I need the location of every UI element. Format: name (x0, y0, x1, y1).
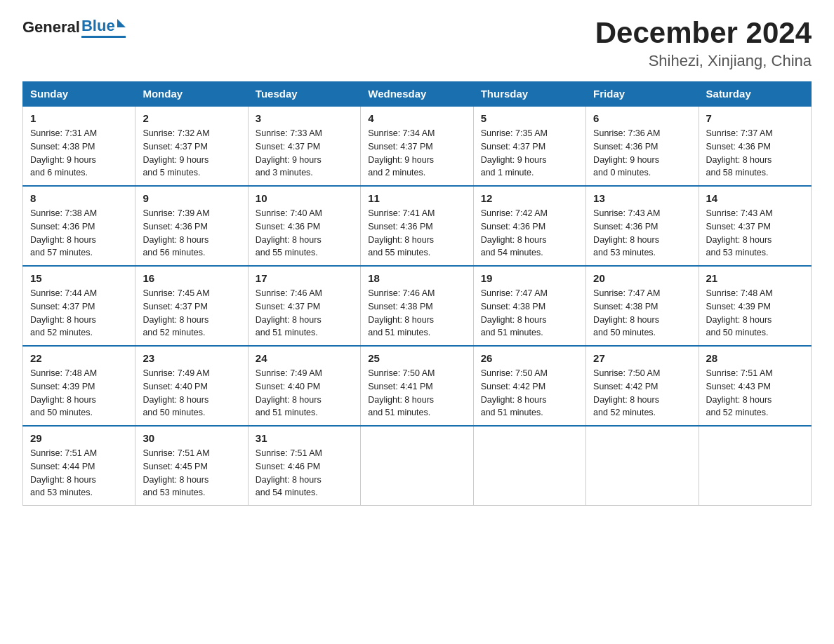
col-header-friday: Friday (586, 82, 699, 107)
day-number: 10 (256, 192, 353, 204)
day-info: Sunrise: 7:45 AMSunset: 4:37 PMDaylight:… (143, 287, 240, 340)
col-header-monday: Monday (135, 82, 248, 107)
day-number: 12 (481, 192, 578, 204)
calendar-cell: 10 Sunrise: 7:40 AMSunset: 4:36 PMDaylig… (248, 186, 360, 266)
col-header-thursday: Thursday (473, 82, 585, 107)
col-header-tuesday: Tuesday (248, 82, 360, 107)
logo-triangle-icon (117, 19, 126, 27)
calendar-cell: 17 Sunrise: 7:46 AMSunset: 4:37 PMDaylig… (248, 266, 360, 346)
calendar-cell: 3 Sunrise: 7:33 AMSunset: 4:37 PMDayligh… (248, 106, 360, 186)
calendar-cell: 9 Sunrise: 7:39 AMSunset: 4:36 PMDayligh… (135, 186, 248, 266)
day-number: 29 (30, 432, 128, 444)
calendar-cell: 6 Sunrise: 7:36 AMSunset: 4:36 PMDayligh… (586, 106, 699, 186)
day-number: 15 (30, 272, 128, 284)
day-number: 21 (706, 272, 804, 284)
logo: General Blue (22, 17, 126, 38)
calendar-cell: 26 Sunrise: 7:50 AMSunset: 4:42 PMDaylig… (473, 346, 585, 426)
day-info: Sunrise: 7:35 AMSunset: 4:37 PMDaylight:… (481, 127, 578, 180)
day-number: 7 (706, 112, 804, 124)
calendar-cell: 16 Sunrise: 7:45 AMSunset: 4:37 PMDaylig… (135, 266, 248, 346)
day-info: Sunrise: 7:31 AMSunset: 4:38 PMDaylight:… (30, 127, 128, 180)
calendar-cell: 18 Sunrise: 7:46 AMSunset: 4:38 PMDaylig… (361, 266, 473, 346)
day-info: Sunrise: 7:46 AMSunset: 4:37 PMDaylight:… (256, 287, 353, 340)
calendar-cell: 31 Sunrise: 7:51 AMSunset: 4:46 PMDaylig… (248, 426, 360, 506)
day-info: Sunrise: 7:49 AMSunset: 4:40 PMDaylight:… (143, 367, 240, 420)
day-info: Sunrise: 7:47 AMSunset: 4:38 PMDaylight:… (593, 287, 691, 340)
logo-general-text: General (22, 18, 80, 36)
calendar-cell (473, 426, 585, 506)
day-info: Sunrise: 7:41 AMSunset: 4:36 PMDaylight:… (368, 207, 465, 260)
day-number: 18 (368, 272, 465, 284)
calendar-cell: 29 Sunrise: 7:51 AMSunset: 4:44 PMDaylig… (23, 426, 135, 506)
calendar-cell: 20 Sunrise: 7:47 AMSunset: 4:38 PMDaylig… (586, 266, 699, 346)
day-number: 6 (593, 112, 691, 124)
logo-blue-text: Blue (81, 17, 115, 35)
calendar-cell (699, 426, 811, 506)
day-info: Sunrise: 7:37 AMSunset: 4:36 PMDaylight:… (706, 127, 804, 180)
day-info: Sunrise: 7:50 AMSunset: 4:42 PMDaylight:… (481, 367, 578, 420)
day-info: Sunrise: 7:51 AMSunset: 4:45 PMDaylight:… (143, 447, 240, 499)
day-number: 8 (30, 192, 128, 204)
day-number: 30 (143, 432, 240, 444)
day-info: Sunrise: 7:51 AMSunset: 4:46 PMDaylight:… (256, 447, 353, 499)
calendar-header-row: SundayMondayTuesdayWednesdayThursdayFrid… (23, 82, 812, 107)
day-info: Sunrise: 7:34 AMSunset: 4:37 PMDaylight:… (368, 127, 465, 180)
day-number: 14 (706, 192, 804, 204)
calendar-cell: 2 Sunrise: 7:32 AMSunset: 4:37 PMDayligh… (135, 106, 248, 186)
day-info: Sunrise: 7:43 AMSunset: 4:36 PMDaylight:… (593, 207, 691, 260)
day-info: Sunrise: 7:49 AMSunset: 4:40 PMDaylight:… (256, 367, 353, 420)
day-number: 27 (593, 352, 691, 364)
page-title: December 2024 (595, 17, 812, 49)
page-header: General Blue December 2024 Shihezi, Xinj… (22, 17, 812, 70)
day-info: Sunrise: 7:51 AMSunset: 4:43 PMDaylight:… (706, 367, 804, 420)
calendar-cell: 13 Sunrise: 7:43 AMSunset: 4:36 PMDaylig… (586, 186, 699, 266)
day-info: Sunrise: 7:32 AMSunset: 4:37 PMDaylight:… (143, 127, 240, 180)
day-number: 24 (256, 352, 353, 364)
calendar-cell: 21 Sunrise: 7:48 AMSunset: 4:39 PMDaylig… (699, 266, 811, 346)
day-number: 16 (143, 272, 240, 284)
day-number: 11 (368, 192, 465, 204)
day-info: Sunrise: 7:47 AMSunset: 4:38 PMDaylight:… (481, 287, 578, 340)
day-number: 20 (593, 272, 691, 284)
calendar-table: SundayMondayTuesdayWednesdayThursdayFrid… (22, 81, 812, 506)
day-info: Sunrise: 7:50 AMSunset: 4:42 PMDaylight:… (593, 367, 691, 420)
calendar-week-row: 1 Sunrise: 7:31 AMSunset: 4:38 PMDayligh… (23, 106, 812, 186)
calendar-cell: 27 Sunrise: 7:50 AMSunset: 4:42 PMDaylig… (586, 346, 699, 426)
day-number: 28 (706, 352, 804, 364)
calendar-cell: 8 Sunrise: 7:38 AMSunset: 4:36 PMDayligh… (23, 186, 135, 266)
day-info: Sunrise: 7:33 AMSunset: 4:37 PMDaylight:… (256, 127, 353, 180)
day-number: 17 (256, 272, 353, 284)
col-header-sunday: Sunday (23, 82, 135, 107)
calendar-cell: 30 Sunrise: 7:51 AMSunset: 4:45 PMDaylig… (135, 426, 248, 506)
day-number: 5 (481, 112, 578, 124)
calendar-week-row: 8 Sunrise: 7:38 AMSunset: 4:36 PMDayligh… (23, 186, 812, 266)
day-number: 1 (30, 112, 128, 124)
day-info: Sunrise: 7:50 AMSunset: 4:41 PMDaylight:… (368, 367, 465, 420)
calendar-cell: 14 Sunrise: 7:43 AMSunset: 4:37 PMDaylig… (699, 186, 811, 266)
day-info: Sunrise: 7:46 AMSunset: 4:38 PMDaylight:… (368, 287, 465, 340)
calendar-cell: 15 Sunrise: 7:44 AMSunset: 4:37 PMDaylig… (23, 266, 135, 346)
day-number: 23 (143, 352, 240, 364)
day-info: Sunrise: 7:51 AMSunset: 4:44 PMDaylight:… (30, 447, 128, 499)
day-info: Sunrise: 7:36 AMSunset: 4:36 PMDaylight:… (593, 127, 691, 180)
calendar-cell: 11 Sunrise: 7:41 AMSunset: 4:36 PMDaylig… (361, 186, 473, 266)
day-info: Sunrise: 7:39 AMSunset: 4:36 PMDaylight:… (143, 207, 240, 260)
calendar-week-row: 29 Sunrise: 7:51 AMSunset: 4:44 PMDaylig… (23, 426, 812, 506)
calendar-cell: 19 Sunrise: 7:47 AMSunset: 4:38 PMDaylig… (473, 266, 585, 346)
day-info: Sunrise: 7:48 AMSunset: 4:39 PMDaylight:… (30, 367, 128, 420)
day-number: 19 (481, 272, 578, 284)
day-number: 25 (368, 352, 465, 364)
day-info: Sunrise: 7:40 AMSunset: 4:36 PMDaylight:… (256, 207, 353, 260)
calendar-cell: 23 Sunrise: 7:49 AMSunset: 4:40 PMDaylig… (135, 346, 248, 426)
logo-underline (81, 36, 126, 38)
day-info: Sunrise: 7:38 AMSunset: 4:36 PMDaylight:… (30, 207, 128, 260)
day-number: 3 (256, 112, 353, 124)
day-number: 4 (368, 112, 465, 124)
calendar-cell: 28 Sunrise: 7:51 AMSunset: 4:43 PMDaylig… (699, 346, 811, 426)
day-info: Sunrise: 7:43 AMSunset: 4:37 PMDaylight:… (706, 207, 804, 260)
calendar-cell: 4 Sunrise: 7:34 AMSunset: 4:37 PMDayligh… (361, 106, 473, 186)
calendar-cell: 7 Sunrise: 7:37 AMSunset: 4:36 PMDayligh… (699, 106, 811, 186)
title-block: December 2024 Shihezi, Xinjiang, China (595, 17, 812, 70)
calendar-cell: 5 Sunrise: 7:35 AMSunset: 4:37 PMDayligh… (473, 106, 585, 186)
calendar-cell: 12 Sunrise: 7:42 AMSunset: 4:36 PMDaylig… (473, 186, 585, 266)
